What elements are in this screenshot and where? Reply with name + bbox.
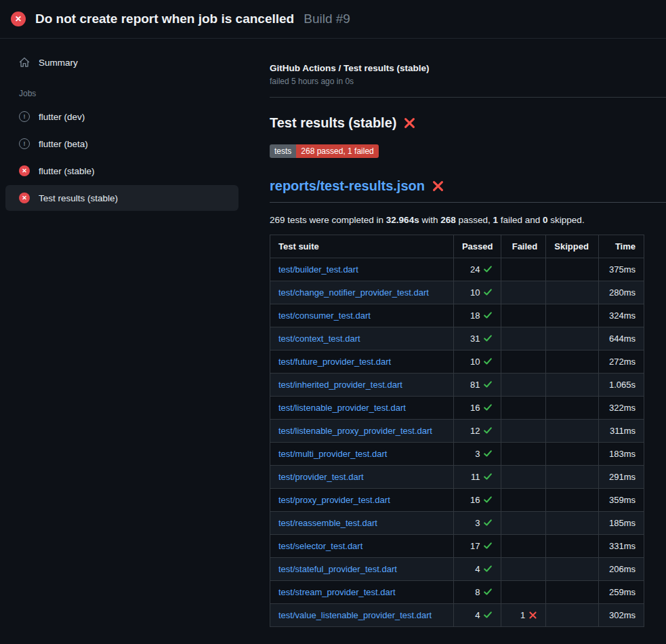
failed-cell [501, 374, 546, 397]
failed-cell [501, 443, 546, 466]
table-row: test/context_test.dart31644ms [270, 327, 644, 350]
failed-cell [501, 512, 546, 535]
suite-cell: test/stream_provider_test.dart [270, 581, 454, 604]
skipped-cell [546, 258, 599, 281]
skipped-cell [546, 397, 599, 420]
badge-value: 268 passed, 1 failed [296, 144, 378, 158]
check-icon [483, 264, 493, 274]
passed-cell: 11 [453, 466, 501, 489]
passed-cell: 17 [453, 535, 501, 558]
divider [270, 202, 666, 203]
suite-link[interactable]: test/consumer_test.dart [278, 310, 371, 321]
sidebar: Summary Jobs ! flutter (dev) ! flutter (… [0, 39, 259, 644]
time-cell: 206ms [599, 558, 644, 581]
check-icon [483, 587, 493, 597]
suite-cell: test/consumer_test.dart [270, 304, 454, 327]
passed-cell: 4 [453, 604, 501, 627]
cancelled-icon: ! [19, 111, 30, 122]
table-row: test/consumer_test.dart18324ms [270, 304, 644, 327]
table-row: test/listenable_provider_test.dart16322m… [270, 397, 644, 420]
suite-link[interactable]: test/change_notifier_provider_test.dart [278, 287, 429, 298]
time-cell: 291ms [599, 466, 644, 489]
suite-cell: test/future_provider_test.dart [270, 350, 454, 374]
passed-cell: 10 [453, 281, 501, 304]
check-icon [483, 495, 493, 504]
suite-cell: test/proxy_provider_test.dart [270, 489, 454, 512]
suite-cell: test/listenable_provider_test.dart [270, 397, 454, 420]
failed-icon: ✕ [19, 193, 30, 203]
sidebar-item-flutter-dev[interactable]: ! flutter (dev) [5, 104, 238, 129]
passed-cell: 8 [453, 581, 501, 604]
suite-link[interactable]: test/listenable_proxy_provider_test.dart [278, 426, 432, 436]
suite-link[interactable]: test/proxy_provider_test.dart [278, 495, 390, 505]
suite-link[interactable]: test/future_provider_test.dart [278, 357, 391, 367]
sidebar-item-flutter-beta[interactable]: ! flutter (beta) [5, 131, 238, 157]
suite-link[interactable]: test/selector_test.dart [278, 541, 362, 551]
check-icon [483, 426, 493, 435]
table-row: test/stateful_provider_test.dart4206ms [270, 558, 644, 581]
check-icon [483, 403, 493, 412]
skipped-cell [546, 535, 599, 558]
sidebar-item-flutter-stable[interactable]: ✕ flutter (stable) [5, 158, 238, 184]
suite-cell: test/selector_test.dart [270, 535, 454, 558]
check-icon [483, 541, 493, 550]
tests-badge: tests 268 passed, 1 failed [270, 144, 379, 158]
table-row: test/listenable_proxy_provider_test.dart… [270, 420, 644, 443]
skipped-cell [546, 350, 599, 374]
passed-cell: 4 [453, 558, 501, 581]
fail-cross-icon [403, 117, 416, 129]
suite-link[interactable]: test/builder_test.dart [278, 264, 358, 275]
suite-link[interactable]: test/stream_provider_test.dart [278, 587, 396, 597]
passed-cell: 16 [453, 489, 501, 512]
table-header-row: Test suite Passed Failed Skipped Time [270, 235, 644, 258]
suite-link[interactable]: test/reassemble_test.dart [278, 518, 377, 528]
col-passed: Passed [453, 235, 501, 258]
build-header: ✕ Do not create report when job is cance… [0, 0, 666, 39]
sidebar-item-label: Summary [39, 58, 78, 68]
suite-link[interactable]: test/context_test.dart [278, 334, 360, 344]
suite-link[interactable]: test/value_listenable_provider_test.dart [278, 610, 432, 620]
col-time: Time [599, 235, 644, 258]
sidebar-item-label: flutter (stable) [39, 166, 95, 176]
failed-cell [501, 581, 546, 604]
time-cell: 280ms [599, 281, 644, 304]
suite-link[interactable]: test/provider_test.dart [278, 472, 364, 482]
suite-cell: test/value_listenable_provider_test.dart [270, 604, 454, 627]
suite-link[interactable]: test/multi_provider_test.dart [278, 449, 387, 459]
time-cell: 324ms [599, 304, 644, 327]
table-body: test/builder_test.dart24375mstest/change… [270, 258, 644, 627]
suite-link[interactable]: test/inherited_provider_test.dart [278, 380, 402, 390]
check-icon [483, 564, 493, 573]
table-row: test/builder_test.dart24375ms [270, 258, 644, 281]
time-cell: 331ms [599, 535, 644, 558]
results-table: Test suite Passed Failed Skipped Time te… [270, 235, 644, 627]
passed-cell: 18 [453, 304, 501, 327]
time-cell: 259ms [599, 581, 644, 604]
table-row: test/change_notifier_provider_test.dart1… [270, 281, 644, 304]
summary-text: 269 tests were completed in 32.964s with… [270, 215, 666, 225]
run-meta: failed 5 hours ago in 0s [270, 77, 666, 86]
badge-label: tests [270, 144, 296, 158]
breadcrumb: GitHub Actions / Test results (stable) [270, 63, 666, 73]
check-icon [483, 380, 493, 389]
sidebar-item-test-results-stable[interactable]: ✕ Test results (stable) [5, 185, 238, 211]
failed-cell [501, 397, 546, 420]
jobs-section-label: Jobs [19, 89, 259, 98]
suite-link[interactable]: test/listenable_provider_test.dart [278, 403, 406, 413]
table-row: test/future_provider_test.dart10272ms [270, 350, 644, 374]
skipped-cell [546, 281, 599, 304]
col-skipped: Skipped [546, 235, 599, 258]
time-cell: 359ms [599, 489, 644, 512]
skipped-cell [546, 581, 599, 604]
check-icon [483, 287, 493, 297]
report-link[interactable]: reports/test-results.json [270, 178, 425, 194]
cancelled-icon: ! [19, 138, 30, 149]
check-icon [483, 334, 493, 343]
fail-cross-icon [432, 180, 444, 193]
suite-cell: test/reassemble_test.dart [270, 512, 454, 535]
suite-link[interactable]: test/stateful_provider_test.dart [278, 564, 397, 574]
failed-cell [501, 304, 546, 327]
table-row: test/stream_provider_test.dart8259ms [270, 581, 644, 604]
skipped-cell [546, 466, 599, 489]
sidebar-item-summary[interactable]: Summary [5, 49, 238, 75]
